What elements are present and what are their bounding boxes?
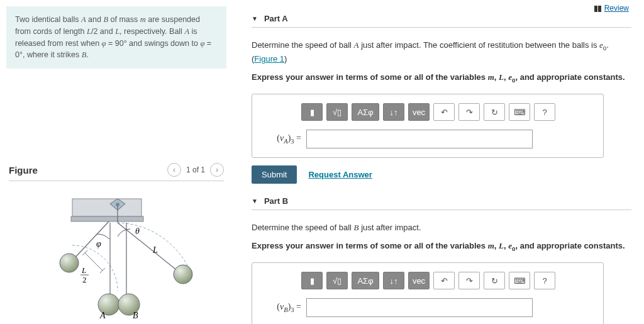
svg-text:A: A	[99, 311, 106, 318]
part-a-submit-button[interactable]: Submit	[252, 165, 297, 184]
part-a-toolbar: ▮ √▯ ΑΣφ ↓↑ vec ↶ ↷ ↻ ⌨ ?	[301, 103, 594, 121]
figure-svg: θ L L 2 φ A B	[35, 193, 198, 318]
part-a-prompt: Determine the speed of ball A just after…	[252, 39, 631, 66]
review-link[interactable]: Review	[594, 4, 629, 13]
figure-pager: ‹ 1 of 1 ›	[167, 163, 224, 177]
figure-title: Figure	[9, 165, 38, 176]
svg-rect-1	[71, 216, 143, 221]
tool-reset[interactable]: ↻	[484, 103, 505, 121]
right-column: Review ▼ Part A Determine the speed of b…	[233, 0, 644, 324]
svg-rect-0	[72, 199, 142, 216]
svg-text:θ: θ	[135, 226, 140, 236]
problem-statement: Two identical balls A and B of mass m ar…	[6, 6, 226, 69]
tool-sqrt[interactable]: √▯	[326, 272, 348, 289]
part-a-title: Part A	[264, 14, 288, 23]
part-a-input-label: (vA)3 =	[266, 133, 301, 145]
part-b-answer-box: ▮ √▯ ΑΣφ ↓↑ vec ↶ ↷ ↻ ⌨ ? (vB)3 =	[252, 262, 604, 324]
figure-canvas: θ L L 2 φ A B	[9, 193, 224, 318]
tool-help[interactable]: ?	[534, 272, 555, 289]
svg-line-8	[72, 221, 109, 260]
chevron-down-icon: ▼	[252, 198, 258, 204]
part-b-input-row: (vB)3 =	[266, 298, 594, 317]
part-a-express: Express your answer in terms of some or …	[252, 71, 631, 85]
chevron-down-icon: ▼	[252, 15, 258, 22]
part-a-answer-input[interactable]	[306, 130, 533, 148]
part-a-input-row: (vA)3 =	[266, 130, 594, 148]
part-b-prompt: Determine the speed of ball B just after…	[252, 221, 631, 235]
tool-undo[interactable]: ↶	[433, 103, 455, 121]
part-b-header[interactable]: ▼ Part B	[252, 196, 631, 210]
svg-point-12	[60, 254, 79, 272]
svg-text:L: L	[81, 265, 86, 275]
part-a-answer-box: ▮ √▯ ΑΣφ ↓↑ vec ↶ ↷ ↻ ⌨ ? (vA)3 =	[252, 94, 604, 158]
figure-block: Figure ‹ 1 of 1 ›	[6, 163, 226, 318]
tool-redo[interactable]: ↷	[458, 272, 480, 289]
svg-text:φ: φ	[96, 239, 101, 249]
part-a-request-answer[interactable]: Request Answer	[308, 170, 372, 179]
part-b-body: Determine the speed of ball B just after…	[252, 210, 631, 324]
tool-vec[interactable]: vec	[408, 272, 430, 289]
part-b-answer-input[interactable]	[306, 298, 533, 317]
svg-text:2: 2	[82, 275, 87, 284]
tool-greek[interactable]: ΑΣφ	[352, 103, 379, 121]
flag-icon	[594, 5, 602, 11]
tool-undo[interactable]: ↶	[433, 272, 455, 289]
part-b-section: ▼ Part B Determine the speed of ball B j…	[252, 196, 631, 324]
part-a-header[interactable]: ▼ Part A	[252, 14, 631, 28]
tool-updown[interactable]: ↓↑	[383, 103, 404, 121]
tool-keyboard[interactable]: ⌨	[509, 103, 530, 121]
left-column: Two identical balls A and B of mass m ar…	[0, 0, 233, 324]
figure-link: Figure 1	[254, 54, 284, 64]
svg-point-13	[174, 265, 192, 284]
figure-prev-button[interactable]: ‹	[167, 163, 181, 177]
tool-reset[interactable]: ↻	[484, 272, 505, 289]
figure-header: Figure ‹ 1 of 1 ›	[9, 163, 224, 181]
part-b-toolbar: ▮ √▯ ΑΣφ ↓↑ vec ↶ ↷ ↻ ⌨ ?	[301, 272, 594, 289]
figure-pager-label: 1 of 1	[186, 165, 205, 174]
svg-text:L: L	[152, 245, 158, 255]
part-a-body: Determine the speed of ball A just after…	[252, 28, 631, 184]
tool-help[interactable]: ?	[534, 103, 555, 121]
part-b-input-label: (vB)3 =	[266, 302, 301, 313]
tool-sqrt[interactable]: √▯	[326, 103, 348, 121]
tool-greek[interactable]: ΑΣφ	[352, 272, 379, 289]
part-b-title: Part B	[264, 196, 288, 206]
part-b-express: Express your answer in terms of some or …	[252, 240, 631, 254]
part-a-section: ▼ Part A Determine the speed of ball A j…	[252, 14, 631, 184]
tool-vec[interactable]: vec	[408, 103, 430, 121]
tool-redo[interactable]: ↷	[458, 103, 480, 121]
tool-template[interactable]: ▮	[301, 103, 323, 121]
tool-keyboard[interactable]: ⌨	[509, 272, 530, 289]
svg-text:B: B	[133, 311, 138, 318]
svg-line-9	[85, 253, 103, 271]
figure-next-button[interactable]: ›	[210, 163, 224, 177]
part-a-submit-row: Submit Request Answer	[252, 165, 631, 184]
tool-template[interactable]: ▮	[301, 272, 323, 289]
tool-updown[interactable]: ↓↑	[383, 272, 404, 289]
